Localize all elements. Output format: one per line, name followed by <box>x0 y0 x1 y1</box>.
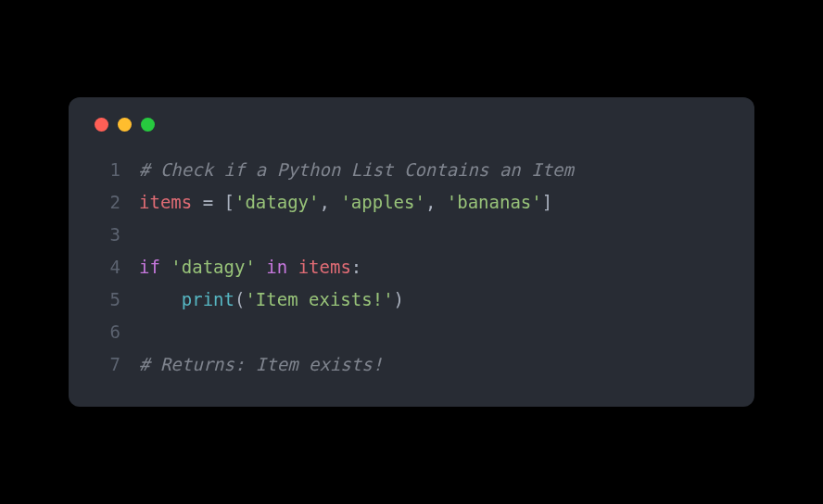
code-line: 1# Check if a Python List Contains an It… <box>91 154 732 186</box>
code-token: ( <box>234 289 245 309</box>
code-token <box>287 257 298 277</box>
code-line: 2items = ['datagy', 'apples', 'bananas'] <box>91 186 732 219</box>
code-token: 'apples' <box>340 192 425 212</box>
code-token: : <box>351 257 361 277</box>
code-token: # Check if a Python List Contains an Ite… <box>139 159 574 180</box>
code-token: if <box>139 257 160 277</box>
traffic-light-green <box>141 118 155 132</box>
code-token: in <box>266 257 287 277</box>
line-content: print('Item exists!') <box>120 284 404 316</box>
code-token <box>139 289 182 309</box>
traffic-light-red <box>95 118 108 132</box>
code-line: 4if 'datagy' in items: <box>91 251 732 284</box>
code-line: 3 <box>91 219 732 251</box>
line-number: 2 <box>91 186 120 219</box>
code-token: = <box>192 192 223 212</box>
code-token: items <box>298 257 351 277</box>
line-number: 6 <box>91 316 120 348</box>
code-token: [ <box>224 192 234 212</box>
line-content <box>120 219 139 251</box>
code-token: 'bananas' <box>447 192 542 212</box>
code-window: 1# Check if a Python List Contains an It… <box>69 97 754 408</box>
code-token: # Returns: Item exists! <box>139 354 383 374</box>
traffic-light-yellow <box>118 118 132 132</box>
code-token: items <box>139 192 192 212</box>
line-number: 7 <box>91 348 120 381</box>
code-token: , <box>425 192 447 212</box>
code-token: 'datagy' <box>234 192 320 212</box>
line-number: 3 <box>91 219 120 251</box>
code-token: , <box>320 192 341 212</box>
code-token: ) <box>394 289 404 309</box>
code-line: 5 print('Item exists!') <box>91 284 732 316</box>
line-number: 5 <box>91 284 120 316</box>
line-content: items = ['datagy', 'apples', 'bananas'] <box>120 186 552 219</box>
code-token: 'Item exists!' <box>245 289 393 309</box>
line-content: # Returns: Item exists! <box>120 348 383 381</box>
line-content: # Check if a Python List Contains an Ite… <box>120 154 574 186</box>
code-line: 6 <box>91 316 732 348</box>
line-content <box>120 316 139 348</box>
traffic-lights <box>91 118 732 132</box>
code-token <box>256 257 266 277</box>
code-token: ] <box>542 192 552 212</box>
code-token <box>160 257 171 277</box>
line-number: 4 <box>91 251 120 284</box>
code-token: 'datagy' <box>171 257 256 277</box>
line-number: 1 <box>91 154 120 186</box>
code-token: print <box>182 289 234 309</box>
line-content: if 'datagy' in items: <box>120 251 361 284</box>
code-body: 1# Check if a Python List Contains an It… <box>91 154 732 382</box>
code-line: 7# Returns: Item exists! <box>91 348 732 381</box>
